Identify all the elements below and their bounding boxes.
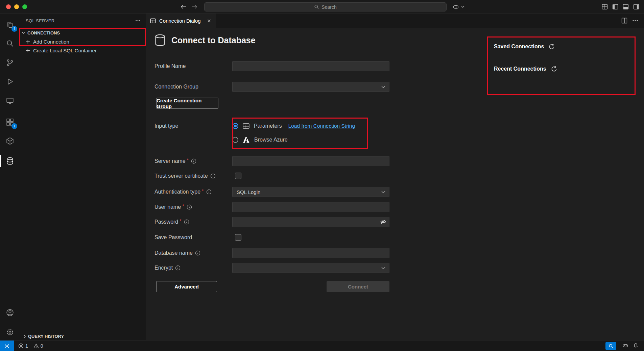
refresh-icon[interactable]	[549, 44, 555, 50]
minimize-traffic-light[interactable]	[14, 4, 19, 9]
zoom-icon[interactable]	[605, 342, 616, 350]
info-icon[interactable]	[175, 265, 181, 271]
search-view-icon[interactable]	[0, 35, 20, 51]
info-icon[interactable]	[184, 219, 189, 225]
info-icon[interactable]	[187, 204, 192, 210]
containers-icon[interactable]	[0, 133, 20, 149]
authentication-type-value: SQL Login	[237, 189, 260, 195]
accounts-icon[interactable]	[0, 304, 20, 321]
encrypt-label: Encrypt	[154, 265, 181, 271]
connect-button[interactable]: Connect	[327, 281, 389, 292]
authentication-type-dropdown[interactable]: SQL Login	[232, 187, 389, 197]
saved-connections-title: Saved Connections	[494, 44, 544, 50]
eye-off-icon[interactable]	[380, 219, 386, 225]
profile-name-input[interactable]	[232, 61, 389, 71]
warning-icon	[33, 343, 39, 349]
more-actions-icon[interactable]	[135, 18, 141, 24]
required-asterisk: *	[182, 203, 184, 209]
refresh-icon[interactable]	[551, 66, 557, 72]
server-name-input[interactable]	[232, 156, 389, 166]
tab-label: Connection Dialog	[159, 18, 201, 24]
info-icon[interactable]	[206, 189, 212, 195]
parameters-table-icon	[243, 123, 249, 129]
database-name-input[interactable]	[232, 248, 389, 258]
add-icon	[26, 40, 30, 44]
connections-section-header[interactable]: CONNECTIONS	[20, 28, 146, 37]
maximize-traffic-light[interactable]	[22, 4, 27, 9]
bell-icon[interactable]	[633, 343, 639, 349]
error-icon	[18, 343, 24, 349]
panel-bottom-icon[interactable]	[622, 3, 630, 10]
chevron-down-icon	[381, 191, 385, 193]
search-icon	[314, 4, 319, 9]
connection-dialog-form: Connect to Database Profile Name Connect…	[146, 28, 486, 340]
error-count: 1	[25, 343, 28, 349]
input-type-label: Input type	[154, 123, 178, 129]
recent-connections-title: Recent Connections	[494, 66, 546, 72]
chevron-down-icon	[381, 267, 385, 269]
connections-side-panel: Saved Connections Recent Connections	[486, 28, 644, 340]
sidebar: SQL SERVER CONNECTIONS Add Connection Cr…	[20, 14, 146, 340]
info-icon[interactable]	[210, 173, 216, 179]
extensions-icon[interactable]: 1	[0, 114, 20, 130]
password-label: Password*	[154, 219, 189, 225]
user-name-label: User name*	[154, 204, 192, 210]
run-debug-icon[interactable]	[0, 73, 20, 90]
trust-server-certificate-label: Trust server certificate	[154, 173, 216, 179]
connection-dialog-tab-icon	[150, 18, 156, 24]
password-input[interactable]	[232, 217, 389, 227]
connections-section-label: CONNECTIONS	[27, 30, 60, 35]
sidebar-item-add-connection[interactable]: Add Connection	[20, 37, 146, 46]
remote-explorer-icon[interactable]	[0, 93, 20, 109]
connection-group-dropdown[interactable]	[232, 82, 389, 92]
source-control-icon[interactable]	[0, 54, 20, 71]
copilot-menu-button[interactable]	[452, 3, 464, 10]
info-icon[interactable]	[195, 250, 200, 256]
chevron-down-icon	[381, 86, 385, 88]
sidebar-item-create-local-sql-container[interactable]: Create Local SQL Container	[20, 46, 146, 55]
user-name-input[interactable]	[232, 202, 389, 212]
required-asterisk: *	[202, 188, 204, 194]
close-icon[interactable]	[207, 18, 212, 23]
problems-indicator[interactable]: 1 0	[18, 341, 43, 351]
back-arrow-icon[interactable]	[179, 4, 188, 10]
remote-icon[interactable]	[0, 341, 14, 351]
browse-azure-radio-label: Browse Azure	[254, 137, 288, 143]
create-connection-group-button[interactable]: Create Connection Group	[156, 98, 218, 109]
copilot-icon[interactable]	[622, 342, 629, 349]
explorer-icon[interactable]: 1	[0, 17, 20, 33]
save-password-checkbox[interactable]	[235, 234, 241, 241]
parameters-radio[interactable]	[232, 123, 238, 129]
sql-server-icon[interactable]	[0, 153, 20, 169]
info-icon[interactable]	[191, 158, 196, 164]
encrypt-dropdown[interactable]	[232, 263, 389, 273]
trust-server-certificate-checkbox[interactable]	[235, 173, 241, 179]
settings-gear-icon[interactable]	[0, 324, 20, 340]
browse-azure-radio[interactable]	[232, 137, 238, 143]
azure-icon	[243, 137, 250, 143]
explorer-badge: 1	[11, 26, 17, 32]
more-actions-icon[interactable]	[632, 17, 639, 24]
layout-grid-icon[interactable]	[601, 3, 609, 10]
load-from-connection-string-link[interactable]: Load from Connection String	[288, 123, 355, 129]
advanced-button[interactable]: Advanced	[156, 281, 217, 292]
authentication-type-label: Authentication type*	[154, 189, 212, 195]
extensions-badge: 1	[11, 123, 17, 129]
chevron-down-icon	[21, 31, 25, 34]
parameters-radio-label: Parameters	[254, 123, 282, 129]
panel-right-icon[interactable]	[632, 3, 640, 10]
tab-bar-actions	[621, 17, 639, 24]
command-center-search[interactable]: Search	[204, 2, 447, 11]
sidebar-title: SQL SERVER	[26, 18, 54, 23]
split-editor-icon[interactable]	[621, 17, 628, 24]
tab-connection-dialog[interactable]: Connection Dialog	[146, 14, 216, 28]
query-history-section-header[interactable]: QUERY HISTORY	[20, 332, 146, 341]
page-title: Connect to Database	[171, 35, 256, 45]
title-bar: Search	[0, 0, 644, 14]
close-traffic-light[interactable]	[6, 4, 11, 9]
panel-left-icon[interactable]	[611, 3, 619, 10]
forward-arrow-icon[interactable]	[190, 4, 199, 10]
required-asterisk: *	[187, 157, 189, 163]
search-placeholder: Search	[321, 4, 336, 10]
database-name-label: Database name	[154, 250, 200, 256]
